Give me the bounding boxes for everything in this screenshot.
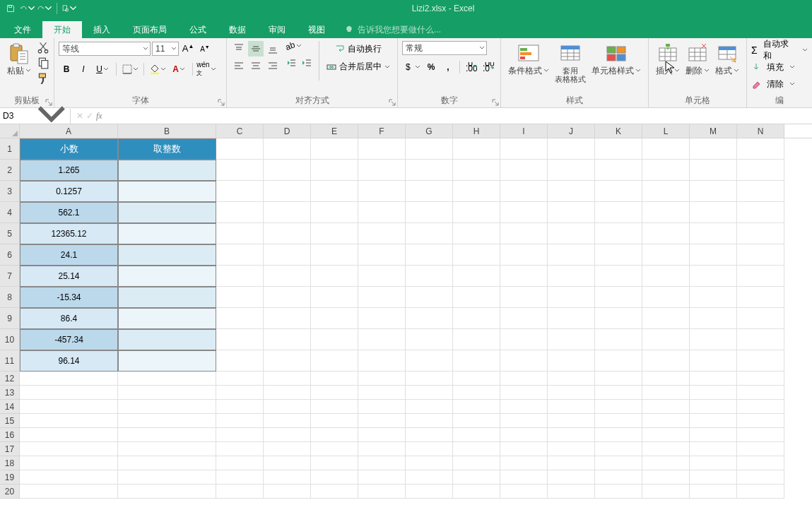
col-header-F[interactable]: F	[358, 124, 406, 138]
cell-G15[interactable]	[406, 414, 453, 428]
align-right-button[interactable]	[265, 58, 281, 73]
row-header-3[interactable]: 3	[0, 181, 20, 202]
cell-A2[interactable]: 1.265	[20, 160, 118, 181]
cell-M20[interactable]	[690, 485, 737, 499]
cell-I20[interactable]	[500, 485, 548, 499]
cell-C6[interactable]	[216, 244, 264, 266]
bold-button[interactable]: B	[59, 61, 74, 77]
cell-N6[interactable]	[737, 244, 784, 266]
cell-G10[interactable]	[406, 329, 453, 350]
cell-D19[interactable]	[264, 470, 311, 485]
cell-J7[interactable]	[548, 266, 595, 287]
cell-J2[interactable]	[548, 160, 595, 181]
cell-C17[interactable]	[216, 442, 264, 456]
dialog-launcher-icon[interactable]	[389, 99, 396, 106]
cell-M16[interactable]	[690, 428, 737, 442]
cell-F5[interactable]	[358, 223, 406, 244]
cell-C5[interactable]	[216, 223, 264, 244]
cell-M2[interactable]	[690, 160, 737, 181]
cell-J20[interactable]	[548, 485, 595, 499]
cell-H17[interactable]	[453, 442, 500, 456]
cell-M10[interactable]	[690, 329, 737, 350]
cell-N20[interactable]	[737, 485, 784, 499]
cell-J14[interactable]	[548, 400, 595, 414]
cell-J19[interactable]	[548, 470, 595, 485]
cell-I1[interactable]	[500, 138, 548, 160]
cell-M15[interactable]	[690, 414, 737, 428]
cell-grid[interactable]: 小数取整数1.2650.1257562.112365.1224.125.14-1…	[20, 138, 812, 505]
cell-E5[interactable]	[311, 223, 358, 244]
row-header-13[interactable]: 13	[0, 386, 20, 400]
cell-B1[interactable]: 取整数	[118, 138, 216, 160]
cell-B7[interactable]	[118, 266, 216, 287]
align-left-button[interactable]	[231, 58, 247, 73]
cell-K4[interactable]	[595, 202, 642, 223]
cell-I2[interactable]	[500, 160, 548, 181]
cell-A10[interactable]: -457.34	[20, 329, 118, 350]
fx-icon[interactable]: fx	[96, 111, 102, 121]
cell-E9[interactable]	[311, 308, 358, 329]
cell-M17[interactable]	[690, 442, 737, 456]
align-middle-button[interactable]	[248, 41, 264, 57]
cell-H18[interactable]	[453, 456, 500, 470]
cell-M11[interactable]	[690, 350, 737, 372]
cell-H7[interactable]	[453, 266, 500, 287]
cell-E14[interactable]	[311, 400, 358, 414]
cell-M9[interactable]	[690, 308, 737, 329]
cell-F18[interactable]	[358, 456, 406, 470]
cell-J5[interactable]	[548, 223, 595, 244]
cell-F1[interactable]	[358, 138, 406, 160]
cell-C2[interactable]	[216, 160, 264, 181]
cell-G4[interactable]	[406, 202, 453, 223]
cell-H5[interactable]	[453, 223, 500, 244]
cell-F4[interactable]	[358, 202, 406, 223]
decrease-decimal-button[interactable]: .00.0	[481, 59, 496, 75]
phonetic-button[interactable]: wén文	[196, 61, 216, 77]
cell-E8[interactable]	[311, 287, 358, 308]
cell-A14[interactable]	[20, 400, 118, 414]
cell-K3[interactable]	[595, 181, 642, 202]
percent-button[interactable]: %	[423, 59, 439, 75]
italic-button[interactable]: I	[76, 61, 91, 77]
fill-button[interactable]: 填充	[751, 59, 808, 75]
cell-J3[interactable]	[548, 181, 595, 202]
select-all-button[interactable]	[0, 124, 20, 138]
cell-L14[interactable]	[642, 400, 690, 414]
cell-G18[interactable]	[406, 456, 453, 470]
cell-J10[interactable]	[548, 329, 595, 350]
cell-N13[interactable]	[737, 386, 784, 400]
cell-G13[interactable]	[406, 386, 453, 400]
cell-K5[interactable]	[595, 223, 642, 244]
increase-indent-button[interactable]	[299, 55, 314, 71]
cell-L8[interactable]	[642, 287, 690, 308]
cell-A7[interactable]: 25.14	[20, 266, 118, 287]
col-header-G[interactable]: G	[406, 124, 453, 138]
row-header-17[interactable]: 17	[0, 442, 20, 456]
cell-A17[interactable]	[20, 442, 118, 456]
cell-B18[interactable]	[118, 456, 216, 470]
cell-B5[interactable]	[118, 223, 216, 244]
cell-D9[interactable]	[264, 308, 311, 329]
row-header-4[interactable]: 4	[0, 202, 20, 223]
cell-I11[interactable]	[500, 350, 548, 372]
cell-C20[interactable]	[216, 485, 264, 499]
cell-I3[interactable]	[500, 181, 548, 202]
cell-N8[interactable]	[737, 287, 784, 308]
cell-H16[interactable]	[453, 428, 500, 442]
font-size-combo[interactable]: 11	[152, 42, 179, 56]
cell-I16[interactable]	[500, 428, 548, 442]
col-header-E[interactable]: E	[311, 124, 358, 138]
row-header-10[interactable]: 10	[0, 329, 20, 350]
cell-N11[interactable]	[737, 350, 784, 372]
col-header-C[interactable]: C	[216, 124, 264, 138]
cell-B10[interactable]	[118, 329, 216, 350]
cell-F10[interactable]	[358, 329, 406, 350]
row-header-8[interactable]: 8	[0, 287, 20, 308]
cell-B4[interactable]	[118, 202, 216, 223]
file-tab[interactable]: 文件	[3, 21, 42, 38]
cell-J16[interactable]	[548, 428, 595, 442]
col-header-I[interactable]: I	[500, 124, 548, 138]
cell-J11[interactable]	[548, 350, 595, 372]
print-preview-button[interactable]	[61, 1, 77, 16]
cell-F20[interactable]	[358, 485, 406, 499]
